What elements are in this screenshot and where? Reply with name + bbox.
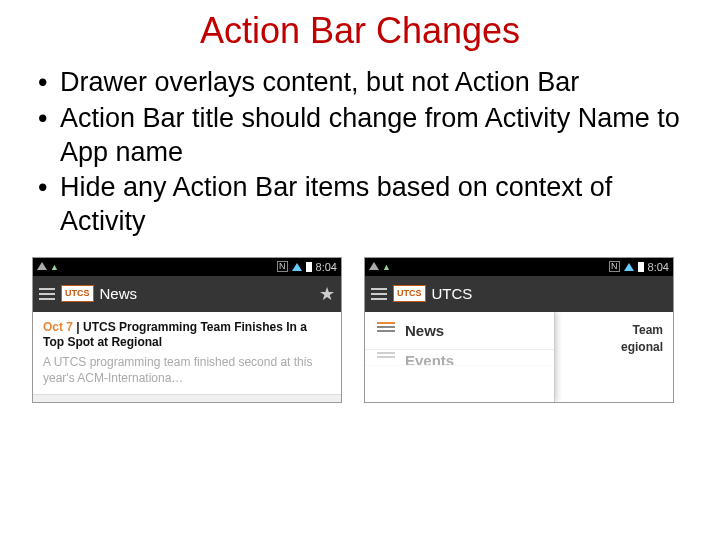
drawer-item-label: Events <box>405 352 454 366</box>
bullet-item: Hide any Action Bar items based on conte… <box>38 171 690 239</box>
phone-screenshot-left: ▲ N 8:04 UTCS News ★ Oct 7 | UTCS P <box>32 257 342 403</box>
bullet-list: Drawer overlays content, but not Action … <box>30 66 690 239</box>
drawer-item-news[interactable]: News <box>365 312 554 350</box>
signal-icon <box>624 263 634 271</box>
app-logo: UTCS <box>393 285 426 302</box>
navigation-drawer: News Events <box>365 312 555 402</box>
article-headline: Oct 7 | UTCS Programming Team Finishes I… <box>43 320 331 351</box>
nfc-icon: N <box>277 261 288 272</box>
bullet-item: Drawer overlays content, but not Action … <box>38 66 690 100</box>
actionbar-title: News <box>100 285 314 302</box>
android-icon: ▲ <box>382 262 391 272</box>
obscured-text: egional <box>621 339 663 356</box>
phone-screenshot-right: ▲ N 8:04 UTCS UTCS Team egional <box>364 257 674 403</box>
actionbar-title: UTCS <box>432 285 668 302</box>
battery-icon <box>638 262 644 272</box>
news-icon <box>377 322 395 338</box>
status-bar: ▲ N 8:04 <box>33 258 341 276</box>
events-icon <box>377 352 395 366</box>
screenshot-row: ▲ N 8:04 UTCS News ★ Oct 7 | UTCS P <box>30 257 690 403</box>
article-title-text: UTCS Programming Team Finishes In a Top … <box>43 320 307 350</box>
hamburger-icon[interactable] <box>39 288 55 300</box>
article-summary: A UTCS programming team finished second … <box>43 355 331 386</box>
bullet-item: Action Bar title should change from Acti… <box>38 102 690 170</box>
drawer-item-label: News <box>405 322 444 339</box>
battery-icon <box>306 262 312 272</box>
drawer-item-events[interactable]: Events <box>365 350 554 366</box>
obscured-content: Team egional <box>621 322 663 356</box>
app-logo: UTCS <box>61 285 94 302</box>
slide: Action Bar Changes Drawer overlays conte… <box>0 0 720 540</box>
nfc-icon: N <box>609 261 620 272</box>
slide-title: Action Bar Changes <box>30 10 690 52</box>
clock: 8:04 <box>316 261 337 273</box>
hamburger-icon[interactable] <box>371 288 387 300</box>
status-bar: ▲ N 8:04 <box>365 258 673 276</box>
article-date: Oct 7 <box>43 320 73 334</box>
phone-content: Team egional News Events <box>365 312 673 402</box>
action-bar: UTCS UTCS <box>365 276 673 312</box>
signal-icon <box>292 263 302 271</box>
obscured-text: Team <box>621 322 663 339</box>
clock: 8:04 <box>648 261 669 273</box>
article-item[interactable]: Oct 7 | UTCS Programming Team Finishes I… <box>33 312 341 395</box>
notification-icon <box>37 262 47 270</box>
android-icon: ▲ <box>50 262 59 272</box>
notification-icon <box>369 262 379 270</box>
action-bar: UTCS News ★ <box>33 276 341 312</box>
star-icon[interactable]: ★ <box>319 283 335 305</box>
